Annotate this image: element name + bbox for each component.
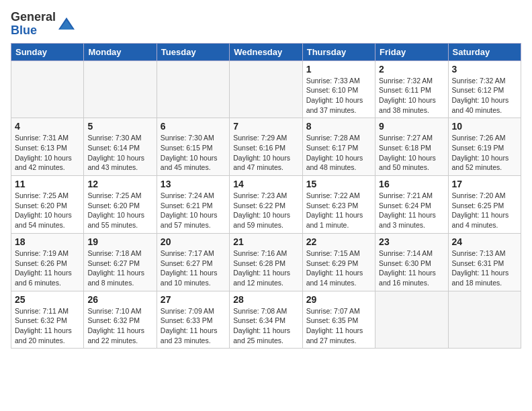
day-info: Sunrise: 7:28 AM Sunset: 6:17 PM Dayligh… xyxy=(306,133,371,173)
day-cell-9: 9Sunrise: 7:27 AM Sunset: 6:18 PM Daylig… xyxy=(375,118,448,176)
day-info: Sunrise: 7:14 AM Sunset: 6:30 PM Dayligh… xyxy=(379,248,444,288)
day-cell-2: 2Sunrise: 7:32 AM Sunset: 6:11 PM Daylig… xyxy=(375,60,448,118)
day-cell-22: 22Sunrise: 7:15 AM Sunset: 6:29 PM Dayli… xyxy=(302,233,375,291)
week-row-4: 18Sunrise: 7:19 AM Sunset: 6:26 PM Dayli… xyxy=(11,233,521,291)
day-info: Sunrise: 7:22 AM Sunset: 6:23 PM Dayligh… xyxy=(306,191,371,230)
day-info: Sunrise: 7:32 AM Sunset: 6:11 PM Dayligh… xyxy=(379,76,444,116)
day-cell-8: 8Sunrise: 7:28 AM Sunset: 6:17 PM Daylig… xyxy=(302,118,375,176)
day-info: Sunrise: 7:23 AM Sunset: 6:22 PM Dayligh… xyxy=(233,191,298,230)
day-info: Sunrise: 7:33 AM Sunset: 6:10 PM Dayligh… xyxy=(306,76,371,116)
day-cell-1: 1Sunrise: 7:33 AM Sunset: 6:10 PM Daylig… xyxy=(302,60,375,118)
day-cell-empty xyxy=(11,60,84,118)
day-number: 28 xyxy=(233,294,298,305)
week-row-5: 25Sunrise: 7:11 AM Sunset: 6:32 PM Dayli… xyxy=(11,291,521,349)
day-info: Sunrise: 7:24 AM Sunset: 6:21 PM Dayligh… xyxy=(161,191,226,230)
day-cell-15: 15Sunrise: 7:22 AM Sunset: 6:23 PM Dayli… xyxy=(302,176,375,234)
day-cell-18: 18Sunrise: 7:19 AM Sunset: 6:26 PM Dayli… xyxy=(11,233,84,291)
day-info: Sunrise: 7:29 AM Sunset: 6:16 PM Dayligh… xyxy=(233,133,298,173)
day-cell-19: 19Sunrise: 7:18 AM Sunset: 6:27 PM Dayli… xyxy=(84,233,157,291)
day-number: 20 xyxy=(161,236,226,247)
day-info: Sunrise: 7:16 AM Sunset: 6:28 PM Dayligh… xyxy=(233,248,298,288)
day-number: 23 xyxy=(379,236,444,247)
day-cell-29: 29Sunrise: 7:07 AM Sunset: 6:35 PM Dayli… xyxy=(302,291,375,349)
day-number: 11 xyxy=(15,179,80,189)
day-number: 22 xyxy=(306,236,371,247)
day-info: Sunrise: 7:25 AM Sunset: 6:20 PM Dayligh… xyxy=(87,191,152,230)
day-number: 13 xyxy=(161,179,226,189)
weekday-header-sunday: Sunday xyxy=(11,43,84,60)
weekday-header-tuesday: Tuesday xyxy=(157,43,229,60)
day-number: 18 xyxy=(15,236,80,247)
day-info: Sunrise: 7:17 AM Sunset: 6:27 PM Dayligh… xyxy=(161,248,226,288)
day-info: Sunrise: 7:13 AM Sunset: 6:31 PM Dayligh… xyxy=(452,248,517,288)
day-info: Sunrise: 7:07 AM Sunset: 6:35 PM Dayligh… xyxy=(306,306,371,346)
day-number: 16 xyxy=(379,179,444,189)
day-number: 27 xyxy=(161,294,226,305)
day-info: Sunrise: 7:27 AM Sunset: 6:18 PM Dayligh… xyxy=(379,133,444,173)
day-cell-empty xyxy=(230,60,302,118)
day-cell-26: 26Sunrise: 7:10 AM Sunset: 6:32 PM Dayli… xyxy=(84,291,157,349)
day-info: Sunrise: 7:08 AM Sunset: 6:34 PM Dayligh… xyxy=(233,306,298,346)
day-info: Sunrise: 7:32 AM Sunset: 6:12 PM Dayligh… xyxy=(452,76,517,116)
day-info: Sunrise: 7:30 AM Sunset: 6:15 PM Dayligh… xyxy=(161,133,226,173)
day-cell-empty xyxy=(84,60,157,118)
day-cell-25: 25Sunrise: 7:11 AM Sunset: 6:32 PM Dayli… xyxy=(11,291,84,349)
day-cell-empty xyxy=(375,291,448,349)
day-number: 5 xyxy=(87,121,152,132)
calendar-table: SundayMondayTuesdayWednesdayThursdayFrid… xyxy=(11,43,521,349)
day-cell-21: 21Sunrise: 7:16 AM Sunset: 6:28 PM Dayli… xyxy=(230,233,302,291)
day-info: Sunrise: 7:11 AM Sunset: 6:32 PM Dayligh… xyxy=(15,306,80,346)
logo-general: General xyxy=(11,10,56,24)
logo-icon xyxy=(57,15,76,34)
day-cell-12: 12Sunrise: 7:25 AM Sunset: 6:20 PM Dayli… xyxy=(84,176,157,234)
header: General Blue xyxy=(11,11,521,38)
logo-text: General Blue xyxy=(11,11,56,38)
day-cell-28: 28Sunrise: 7:08 AM Sunset: 6:34 PM Dayli… xyxy=(230,291,302,349)
day-cell-empty xyxy=(448,291,521,349)
day-cell-10: 10Sunrise: 7:26 AM Sunset: 6:19 PM Dayli… xyxy=(448,118,521,176)
weekday-header-saturday: Saturday xyxy=(448,43,521,60)
day-info: Sunrise: 7:09 AM Sunset: 6:33 PM Dayligh… xyxy=(161,306,226,346)
logo-blue: Blue xyxy=(11,24,37,37)
day-info: Sunrise: 7:15 AM Sunset: 6:29 PM Dayligh… xyxy=(306,248,371,288)
day-number: 21 xyxy=(233,236,298,247)
weekday-header-thursday: Thursday xyxy=(302,43,375,60)
day-cell-4: 4Sunrise: 7:31 AM Sunset: 6:13 PM Daylig… xyxy=(11,118,84,176)
day-cell-17: 17Sunrise: 7:20 AM Sunset: 6:25 PM Dayli… xyxy=(448,176,521,234)
day-info: Sunrise: 7:10 AM Sunset: 6:32 PM Dayligh… xyxy=(87,306,152,346)
day-info: Sunrise: 7:18 AM Sunset: 6:27 PM Dayligh… xyxy=(87,248,152,288)
day-cell-16: 16Sunrise: 7:21 AM Sunset: 6:24 PM Dayli… xyxy=(375,176,448,234)
day-number: 14 xyxy=(233,179,298,189)
day-cell-24: 24Sunrise: 7:13 AM Sunset: 6:31 PM Dayli… xyxy=(448,233,521,291)
day-info: Sunrise: 7:25 AM Sunset: 6:20 PM Dayligh… xyxy=(15,191,80,230)
day-cell-13: 13Sunrise: 7:24 AM Sunset: 6:21 PM Dayli… xyxy=(157,176,229,234)
day-number: 2 xyxy=(379,64,444,75)
day-info: Sunrise: 7:31 AM Sunset: 6:13 PM Dayligh… xyxy=(15,133,80,173)
day-number: 17 xyxy=(452,179,517,189)
day-number: 7 xyxy=(233,121,298,132)
weekday-header-row: SundayMondayTuesdayWednesdayThursdayFrid… xyxy=(11,43,521,60)
day-cell-3: 3Sunrise: 7:32 AM Sunset: 6:12 PM Daylig… xyxy=(448,60,521,118)
day-cell-20: 20Sunrise: 7:17 AM Sunset: 6:27 PM Dayli… xyxy=(157,233,229,291)
day-info: Sunrise: 7:30 AM Sunset: 6:14 PM Dayligh… xyxy=(87,133,152,173)
day-cell-27: 27Sunrise: 7:09 AM Sunset: 6:33 PM Dayli… xyxy=(157,291,229,349)
day-number: 12 xyxy=(87,179,152,189)
day-info: Sunrise: 7:21 AM Sunset: 6:24 PM Dayligh… xyxy=(379,191,444,230)
day-cell-14: 14Sunrise: 7:23 AM Sunset: 6:22 PM Dayli… xyxy=(230,176,302,234)
weekday-header-friday: Friday xyxy=(375,43,448,60)
logo: General Blue xyxy=(11,11,76,38)
week-row-1: 1Sunrise: 7:33 AM Sunset: 6:10 PM Daylig… xyxy=(11,60,521,118)
day-number: 3 xyxy=(452,64,517,75)
day-cell-11: 11Sunrise: 7:25 AM Sunset: 6:20 PM Dayli… xyxy=(11,176,84,234)
day-number: 25 xyxy=(15,294,80,305)
day-number: 19 xyxy=(87,236,152,247)
day-cell-6: 6Sunrise: 7:30 AM Sunset: 6:15 PM Daylig… xyxy=(157,118,229,176)
day-number: 10 xyxy=(452,121,517,132)
day-info: Sunrise: 7:19 AM Sunset: 6:26 PM Dayligh… xyxy=(15,248,80,288)
day-info: Sunrise: 7:20 AM Sunset: 6:25 PM Dayligh… xyxy=(452,191,517,230)
day-info: Sunrise: 7:26 AM Sunset: 6:19 PM Dayligh… xyxy=(452,133,517,173)
day-cell-empty xyxy=(157,60,229,118)
day-cell-7: 7Sunrise: 7:29 AM Sunset: 6:16 PM Daylig… xyxy=(230,118,302,176)
weekday-header-wednesday: Wednesday xyxy=(230,43,302,60)
day-number: 24 xyxy=(452,236,517,247)
